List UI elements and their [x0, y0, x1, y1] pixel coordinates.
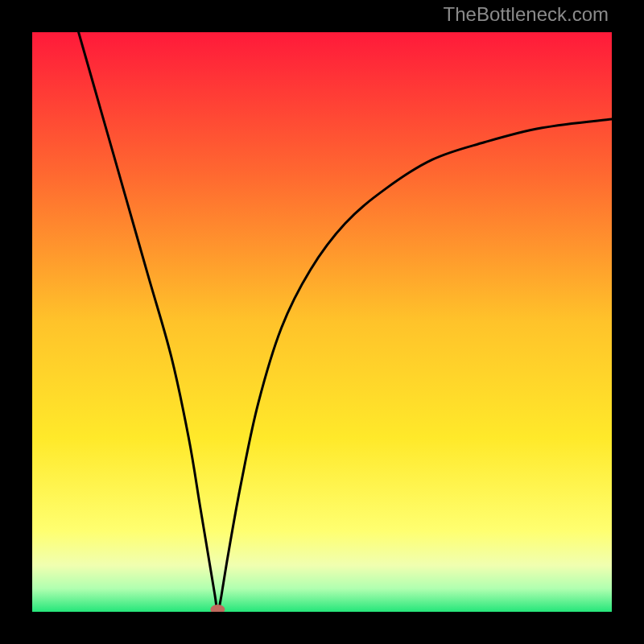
watermark-text: TheBottleneck.com — [444, 3, 609, 26]
curve-layer — [32, 32, 612, 612]
bottleneck-curve — [79, 32, 612, 612]
minimum-marker — [210, 605, 225, 612]
chart-frame: TheBottleneck.com — [0, 0, 644, 644]
plot-area — [32, 32, 612, 612]
